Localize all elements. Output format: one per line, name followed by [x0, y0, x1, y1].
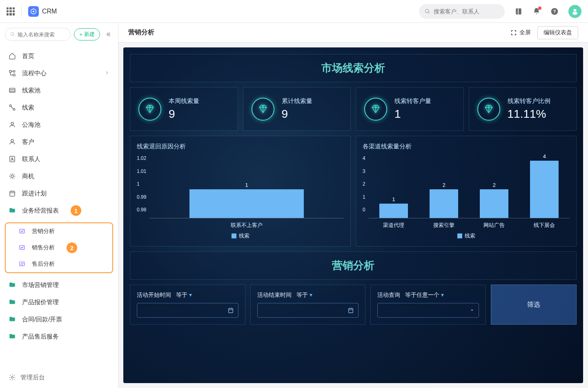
- chart-row: 线索退回原因分析 1.02 1.01 1 0.99 0.98: [130, 136, 577, 247]
- sidebar-item-customer[interactable]: 客户: [0, 133, 118, 150]
- sidebar-item-marketing-mgmt[interactable]: 市场营销管理: [0, 276, 118, 294]
- edit-dashboard-button[interactable]: 编辑仪表盘: [537, 26, 578, 39]
- x-label: 网站广告: [476, 222, 512, 229]
- sidebar-item-sea[interactable]: 公海池: [0, 116, 118, 133]
- help-icon[interactable]: ?: [550, 7, 559, 16]
- filter-date-input[interactable]: [137, 303, 238, 318]
- x-label: 渠道代理: [375, 222, 412, 229]
- filter-label: 活动结束时间: [257, 292, 292, 299]
- gear-icon: [8, 373, 16, 381]
- metric-label: 线索转客户比例: [508, 97, 550, 105]
- report-icon: [18, 227, 26, 235]
- fullscreen-icon: [510, 29, 517, 36]
- chart-legend: 线索: [137, 232, 344, 240]
- filter-operator[interactable]: 等于任意一个 ▾: [405, 292, 444, 299]
- sidebar-item-contract[interactable]: 合同/回款/开票: [0, 311, 118, 328]
- svg-rect-25: [228, 308, 233, 313]
- sidebar-item-label: 联系人: [22, 155, 40, 163]
- metric-row: 本周线索量9 累计线索量9 线索转客户量1 线索转客户比例11.11%: [130, 87, 577, 131]
- sidebar-item-label: 产品售后服务: [22, 333, 59, 341]
- bar: 1: [379, 204, 408, 218]
- sidebar-search[interactable]: [5, 28, 71, 41]
- nav-list: 首页 流程中心 线索池 线索 公海池 客户: [0, 46, 118, 221]
- sidebar-item-follow[interactable]: 跟进计划: [0, 185, 118, 202]
- sidebar-item-leads[interactable]: 线索: [0, 99, 118, 116]
- sidebar-item-product-quote[interactable]: 产品报价管理: [0, 294, 118, 311]
- metric-label: 线索转客户量: [394, 97, 431, 105]
- x-label: 搜索引擎: [425, 222, 462, 229]
- sidebar-item-after-sales[interactable]: 产品售后服务: [0, 328, 118, 345]
- sidebar-item-label: 营销分析: [32, 228, 55, 235]
- bar-label: 1: [245, 182, 248, 188]
- sidebar-item-label: 线索: [22, 104, 34, 112]
- app-logo-icon: [28, 6, 39, 17]
- sidebar-item-contact[interactable]: 联系人: [0, 150, 118, 168]
- sidebar-subitem-sales-analysis[interactable]: 销售分析 2: [11, 240, 112, 256]
- sidebar-item-leads-pool[interactable]: 线索池: [0, 82, 118, 99]
- book-icon[interactable]: [514, 7, 523, 16]
- new-button[interactable]: +新建: [74, 28, 100, 40]
- chart-return-reason: 线索退回原因分析 1.02 1.01 1 0.99 0.98: [130, 136, 351, 247]
- bell-icon[interactable]: [532, 7, 541, 16]
- apps-grid-icon[interactable]: [7, 7, 15, 16]
- sidebar-subitem-marketing-analysis[interactable]: 营销分析: [11, 223, 112, 240]
- search-icon: [10, 31, 15, 37]
- chevron-right-icon: [104, 70, 110, 77]
- admin-link[interactable]: 管理后台: [0, 367, 118, 388]
- sidebar-item-label: 售后分析: [32, 260, 55, 268]
- chevron-down-icon: [470, 308, 474, 313]
- sidebar-item-label: 销售分析: [32, 244, 55, 251]
- x-label: 联系不上客户: [189, 222, 304, 229]
- diamond-icon: [252, 98, 274, 121]
- sidebar-item-label: 跟进计划: [22, 190, 47, 197]
- svg-point-15: [11, 122, 13, 125]
- sidebar-item-flow[interactable]: 流程中心: [0, 65, 118, 82]
- sidebar-item-home[interactable]: 首页: [0, 47, 118, 65]
- svg-point-8: [11, 32, 14, 35]
- user-avatar[interactable]: [568, 5, 581, 18]
- svg-point-11: [13, 70, 15, 72]
- global-search[interactable]: [419, 4, 505, 19]
- calendar-icon: [347, 307, 354, 314]
- collapse-sidebar-icon[interactable]: [103, 29, 113, 39]
- bar: 2: [480, 189, 508, 218]
- filter-operator[interactable]: 等于 ▾: [296, 292, 312, 299]
- filter-button[interactable]: 筛选: [491, 285, 577, 325]
- sidebar-item-label: 业务经营报表: [22, 207, 59, 215]
- sidebar-subitem-service-analysis[interactable]: 售后分析: [11, 256, 112, 272]
- sidebar-item-opportunity[interactable]: 商机: [0, 168, 118, 185]
- section-title-2: 营销分析: [130, 251, 577, 280]
- section-title-1: 市场线索分析: [130, 54, 577, 82]
- svg-point-7: [572, 11, 577, 15]
- sidebar-item-business-report[interactable]: 业务经营报表 1: [0, 202, 118, 219]
- panel-actions: 全屏 编辑仪表盘: [510, 26, 578, 39]
- folder-icon: [8, 206, 16, 215]
- global-search-input[interactable]: [434, 8, 499, 15]
- svg-point-18: [12, 158, 13, 159]
- metric-label: 本周线索量: [169, 97, 199, 105]
- customer-icon: [8, 138, 16, 146]
- filter-date-input[interactable]: [257, 303, 359, 318]
- nav-list-2: 市场营销管理 产品报价管理 合同/回款/开票 产品售后服务: [0, 275, 118, 347]
- callout-badge-2: 2: [67, 242, 77, 253]
- x-axis: 联系不上客户: [149, 222, 344, 229]
- svg-rect-20: [10, 191, 15, 196]
- folder-icon: [8, 281, 16, 289]
- chart-title: 线索退回原因分析: [137, 143, 344, 150]
- folder-icon: [8, 332, 16, 341]
- opportunity-icon: [8, 172, 16, 180]
- fullscreen-button[interactable]: 全屏: [510, 29, 531, 36]
- sidebar-item-label: 客户: [22, 138, 34, 146]
- x-label: 线下展会: [526, 222, 563, 229]
- sidebar-search-input[interactable]: [18, 31, 65, 38]
- filter-operator[interactable]: 等于 ▾: [176, 292, 192, 299]
- sidebar-item-label: 市场营销管理: [22, 281, 59, 289]
- sidebar-item-label: 首页: [22, 52, 34, 60]
- bars-area: 1 2 2 4: [369, 155, 570, 218]
- sea-icon: [8, 121, 16, 129]
- panel-title: 营销分析: [128, 28, 154, 37]
- filter-select-input[interactable]: [377, 303, 479, 318]
- filter-row: 活动开始时间 等于 ▾ 活动结束时间 等于 ▾: [130, 285, 577, 325]
- bar-label: 4: [543, 153, 546, 159]
- sidebar-item-label: 产品报价管理: [22, 298, 59, 306]
